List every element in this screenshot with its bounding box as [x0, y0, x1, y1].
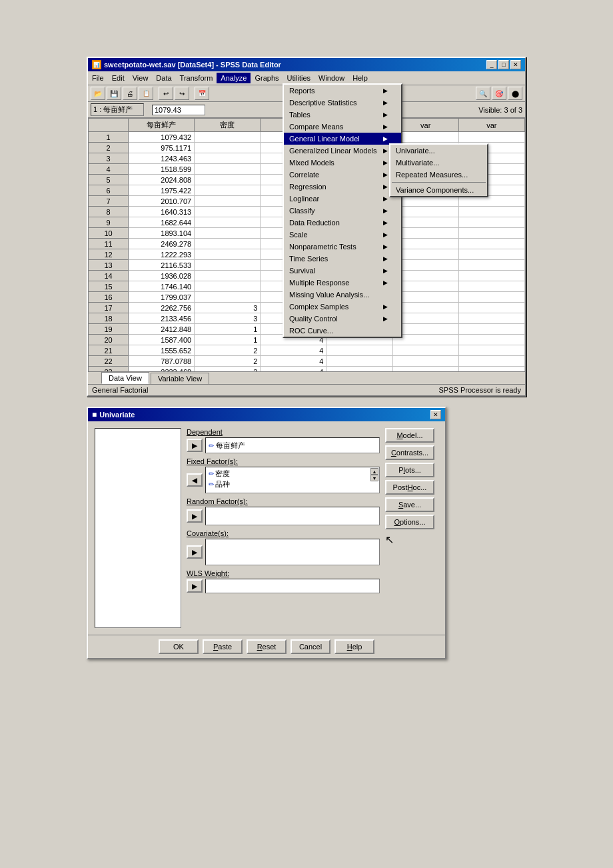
- menu-complex-samples[interactable]: Complex Samples ▶: [284, 301, 401, 313]
- toolbar-open-btn[interactable]: 📂: [91, 87, 105, 100]
- cell-col1[interactable]: 1682.644: [129, 217, 195, 228]
- menu-multiple-response[interactable]: Multiple Response ▶: [284, 277, 401, 289]
- cell-empty[interactable]: [458, 303, 524, 313]
- cell-col1[interactable]: 2333.468: [129, 367, 195, 372]
- toolbar-find-btn[interactable]: 🔍: [476, 87, 490, 100]
- cell-col2[interactable]: [195, 164, 261, 175]
- maximize-button[interactable]: □: [498, 60, 509, 69]
- menu-analyze[interactable]: Analyze: [217, 73, 251, 83]
- cell-col1[interactable]: 1746.140: [129, 281, 195, 292]
- menu-loglinear[interactable]: Loglinear ▶: [284, 193, 401, 205]
- cell-col1[interactable]: 2010.707: [129, 196, 195, 207]
- cell-col1[interactable]: 1893.104: [129, 228, 195, 239]
- cell-col2[interactable]: [195, 196, 261, 207]
- cell-col1[interactable]: 2133.456: [129, 313, 195, 324]
- menu-transform[interactable]: Transform: [176, 73, 217, 83]
- save-button[interactable]: Save...: [385, 497, 434, 512]
- cell-col2[interactable]: [195, 153, 261, 164]
- cell-col2[interactable]: [195, 292, 261, 303]
- tab-variable-view[interactable]: Variable View: [151, 373, 209, 384]
- glm-variance-components[interactable]: Variance Components...: [390, 184, 487, 196]
- cell-empty[interactable]: [326, 345, 392, 356]
- toolbar-target-btn[interactable]: 🎯: [492, 87, 506, 100]
- post-hoc-button[interactable]: Post Hoc...: [385, 480, 434, 495]
- cell-col2[interactable]: 1: [195, 324, 261, 335]
- cell-col1[interactable]: 1518.599: [129, 164, 195, 175]
- close-button[interactable]: ✕: [510, 60, 521, 69]
- cell-empty[interactable]: [392, 345, 458, 356]
- ok-button[interactable]: OK: [159, 639, 199, 654]
- plots-button[interactable]: Plots...: [385, 463, 434, 477]
- tab-data-view[interactable]: Data View: [101, 372, 149, 384]
- menu-view[interactable]: View: [129, 73, 153, 83]
- cell-empty[interactable]: [458, 249, 524, 260]
- menu-utilities[interactable]: Utilities: [283, 73, 314, 83]
- menu-help[interactable]: Help: [348, 73, 372, 83]
- cell-col2[interactable]: [195, 228, 261, 239]
- menu-descriptive-stats[interactable]: Descriptive Statistics ▶: [284, 97, 401, 109]
- menu-window[interactable]: Window: [314, 73, 348, 83]
- menu-mixed[interactable]: Mixed Models ▶: [284, 157, 401, 169]
- toolbar-redo-btn[interactable]: ↪: [175, 87, 189, 100]
- cell-empty[interactable]: [458, 367, 524, 372]
- cell-col2[interactable]: 3: [195, 367, 261, 372]
- menu-time-series[interactable]: Time Series ▶: [284, 253, 401, 265]
- cell-empty[interactable]: [458, 356, 524, 367]
- cell-empty[interactable]: [458, 335, 524, 345]
- toolbar-extra-btn[interactable]: 📅: [195, 87, 209, 100]
- paste-button[interactable]: Paste: [203, 639, 243, 654]
- cell-empty[interactable]: [458, 345, 524, 356]
- cell-col2[interactable]: [195, 249, 261, 260]
- menu-reports[interactable]: Reports ▶: [284, 85, 401, 97]
- cell-col2[interactable]: [195, 207, 261, 217]
- menu-gen-linear[interactable]: Generalized Linear Models ▶: [284, 145, 401, 157]
- toolbar-circle-btn[interactable]: ⬤: [508, 87, 522, 100]
- menu-data[interactable]: Data: [152, 73, 175, 83]
- cell-empty[interactable]: [326, 367, 392, 372]
- cell-col2[interactable]: [195, 185, 261, 196]
- fixed-arrow-btn[interactable]: ◀: [187, 473, 203, 487]
- cell-col1[interactable]: 2469.278: [129, 239, 195, 249]
- fixed-scroll-down[interactable]: ▼: [370, 475, 378, 481]
- menu-data-reduction[interactable]: Data Reduction ▶: [284, 217, 401, 229]
- cell-col2[interactable]: [195, 217, 261, 228]
- contrasts-button[interactable]: Contrasts...: [385, 445, 434, 460]
- menu-missing-value[interactable]: Missing Value Analysis...: [284, 289, 401, 301]
- options-button[interactable]: Options...: [385, 515, 434, 529]
- menu-correlate[interactable]: Correlate ▶: [284, 169, 401, 181]
- menu-tables[interactable]: Tables ▶: [284, 109, 401, 121]
- menu-scale[interactable]: Scale ▶: [284, 229, 401, 241]
- cell-col2[interactable]: [195, 132, 261, 143]
- cell-col1[interactable]: 1222.293: [129, 249, 195, 260]
- dependent-arrow-btn[interactable]: ▶: [187, 439, 203, 452]
- cell-empty[interactable]: [458, 239, 524, 249]
- cell-col2[interactable]: 3: [195, 313, 261, 324]
- cell-col1[interactable]: 975.1171: [129, 143, 195, 153]
- cell-empty[interactable]: [458, 132, 524, 143]
- cell-col2[interactable]: [195, 143, 261, 153]
- cell-col2[interactable]: [195, 271, 261, 281]
- cell-col1[interactable]: 1243.463: [129, 153, 195, 164]
- cancel-button[interactable]: Cancel: [291, 639, 330, 654]
- toolbar-print-btn[interactable]: 🖨: [123, 87, 137, 100]
- menu-regression[interactable]: Regression ▶: [284, 181, 401, 193]
- cell-empty[interactable]: [458, 217, 524, 228]
- minimize-button[interactable]: _: [486, 60, 497, 69]
- cell-col2[interactable]: [195, 175, 261, 185]
- cell-col1[interactable]: 2262.756: [129, 303, 195, 313]
- reset-button[interactable]: Reset: [247, 639, 287, 654]
- fixed-scroll-up[interactable]: ▲: [370, 468, 378, 475]
- toolbar-dialog-btn[interactable]: 📋: [139, 87, 153, 100]
- cell-empty[interactable]: [458, 271, 524, 281]
- cell-col1[interactable]: 2024.808: [129, 175, 195, 185]
- toolbar-save-btn[interactable]: 💾: [107, 87, 121, 100]
- menu-roc-curve[interactable]: ROC Curve...: [284, 325, 401, 337]
- menu-compare-means[interactable]: Compare Means ▶: [284, 121, 401, 133]
- model-button[interactable]: Model...: [385, 428, 434, 443]
- cell-empty[interactable]: [392, 356, 458, 367]
- cell-empty[interactable]: [458, 207, 524, 217]
- random-arrow-btn[interactable]: ▶: [187, 509, 203, 523]
- menu-classify[interactable]: Classify ▶: [284, 205, 401, 217]
- cell-col2[interactable]: [195, 281, 261, 292]
- covariate-arrow-btn[interactable]: ▶: [187, 545, 203, 559]
